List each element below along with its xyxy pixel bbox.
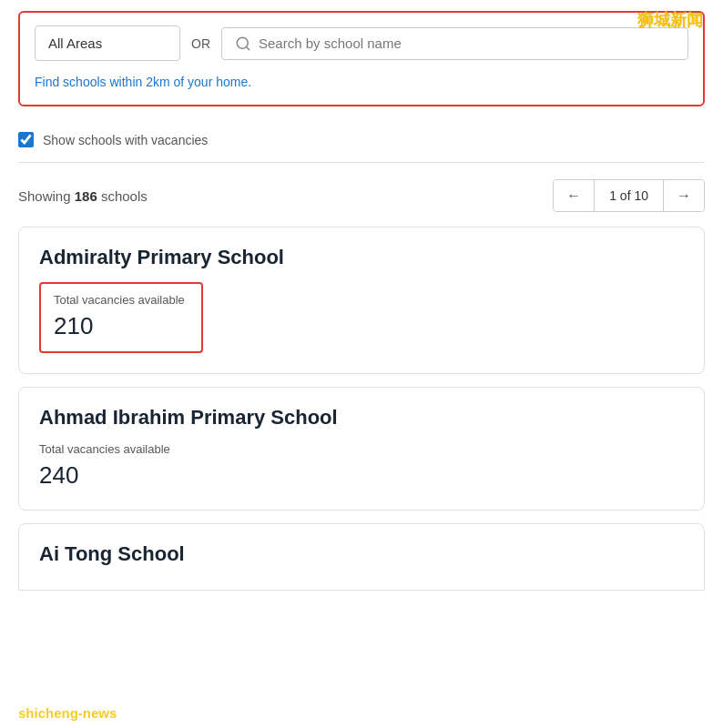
- vacancy-count: 240: [39, 461, 170, 490]
- next-page-button[interactable]: →: [663, 180, 704, 211]
- search-input-wrapper: [221, 27, 688, 60]
- search-row: All Areas OR: [35, 25, 688, 61]
- search-section: All Areas OR Find schools within 2km of …: [18, 11, 705, 106]
- vacancy-section: Show schools with vacancies: [18, 121, 705, 163]
- find-schools-link[interactable]: Find schools within 2km of your home.: [35, 75, 251, 89]
- school-card[interactable]: Ahmad Ibrahim Primary School Total vacan…: [18, 387, 705, 511]
- showing-prefix: Showing: [18, 188, 75, 204]
- page-container: 狮城新闻 All Areas OR Find schools within 2k…: [0, 0, 723, 602]
- schools-suffix: schools: [97, 188, 148, 204]
- pagination: ← 1 of 10 →: [553, 179, 705, 212]
- search-input[interactable]: [259, 35, 675, 51]
- results-header: Showing 186 schools ← 1 of 10 →: [18, 163, 705, 227]
- school-name: Ai Tong School: [39, 542, 684, 566]
- vacancy-label: Show schools with vacancies: [43, 133, 208, 147]
- vacancy-box-highlighted: Total vacancies available 210: [39, 282, 203, 353]
- vacancy-count: 210: [54, 312, 185, 340]
- vacancy-box-plain: Total vacancies available 240: [39, 442, 170, 490]
- vacancy-label: Total vacancies available: [39, 442, 170, 456]
- results-count: Showing 186 schools: [18, 188, 148, 204]
- page-info: 1 of 10: [595, 181, 663, 210]
- vacancy-checkbox[interactable]: [18, 132, 34, 147]
- svg-line-1: [246, 46, 249, 49]
- area-dropdown[interactable]: All Areas: [35, 25, 180, 61]
- results-number: 186: [75, 188, 97, 204]
- school-card-partial[interactable]: Ai Tong School: [18, 523, 705, 591]
- school-card[interactable]: Admiralty Primary School Total vacancies…: [18, 227, 705, 374]
- school-name: Admiralty Primary School: [39, 246, 684, 269]
- school-name: Ahmad Ibrahim Primary School: [39, 406, 684, 430]
- prev-page-button[interactable]: ←: [554, 180, 595, 211]
- or-label: OR: [191, 36, 210, 51]
- watermark-top: 狮城新闻: [637, 9, 703, 31]
- search-icon: [235, 35, 251, 52]
- vacancy-label: Total vacancies available: [54, 293, 185, 307]
- watermark-bottom: shicheng-news: [18, 705, 117, 721]
